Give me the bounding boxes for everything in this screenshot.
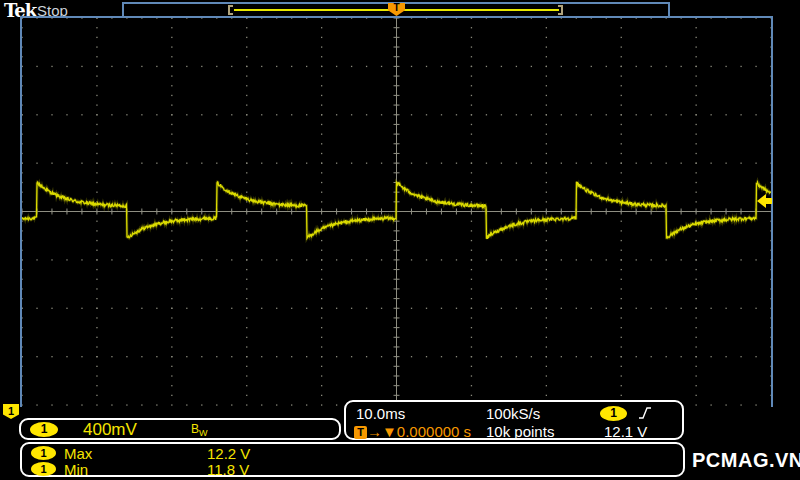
trigger-position-readout: T→▼0.000000 s	[354, 423, 471, 440]
trigger-marker-icon: ▼	[382, 423, 397, 440]
channel1-waveform-trace	[22, 18, 771, 407]
graticule-display	[20, 16, 773, 407]
timebase-readout: 10.0ms	[356, 405, 405, 422]
measurement-value: 11.8 V	[207, 461, 249, 478]
pcmag-watermark: PCMAG.VN	[692, 449, 800, 472]
trigger-position-marker-icon[interactable]: T	[388, 3, 405, 16]
channel1-scale: 400mV	[83, 420, 137, 440]
channel1-badge: 1	[30, 422, 58, 437]
trigger-position-value: 0.000000 s	[397, 423, 471, 440]
trigger-t-icon: T	[354, 426, 367, 439]
channel1-readout-box: 1 400mV BW	[19, 418, 341, 440]
acquisition-window-bracket-right	[558, 5, 563, 15]
channel1-badge: 1	[31, 446, 56, 460]
acquisition-window-bracket-left	[228, 5, 233, 15]
trigger-source-badge: 1	[600, 406, 627, 421]
measurement-name: Max	[64, 445, 92, 462]
trigger-arrow-icon: →	[367, 423, 382, 440]
bandwidth-b: B	[191, 422, 199, 436]
oscilloscope-screen: Tek Stop T T 1 1 400mV BW 10.0ms 100kS/s…	[0, 0, 800, 480]
channel1-position-marker[interactable]: 1	[3, 404, 19, 419]
horizontal-trigger-readout-box: 10.0ms 100kS/s 1 T→▼0.000000 s 10k point…	[344, 400, 684, 440]
channel1-badge: 1	[31, 462, 56, 476]
measurement-name: Min	[64, 461, 88, 478]
bandwidth-w: W	[199, 428, 208, 438]
sample-rate-readout: 100kS/s	[486, 405, 540, 422]
measurement-row-max: 1 Max 12.2 V	[22, 445, 683, 461]
rising-edge-slope-icon	[638, 405, 652, 421]
measurement-value: 12.2 V	[207, 445, 250, 462]
acquisition-record-bar: T	[122, 2, 670, 16]
measurement-row-min: 1 Min 11.8 V	[22, 461, 683, 477]
bandwidth-limit-icon: BW	[191, 422, 208, 438]
record-length-readout: 10k points	[486, 423, 554, 440]
measurements-box: 1 Max 12.2 V 1 Min 11.8 V	[20, 442, 685, 477]
trigger-level-readout: 12.1 V	[604, 423, 647, 440]
waveform-edge-arrow-icon	[756, 193, 776, 209]
